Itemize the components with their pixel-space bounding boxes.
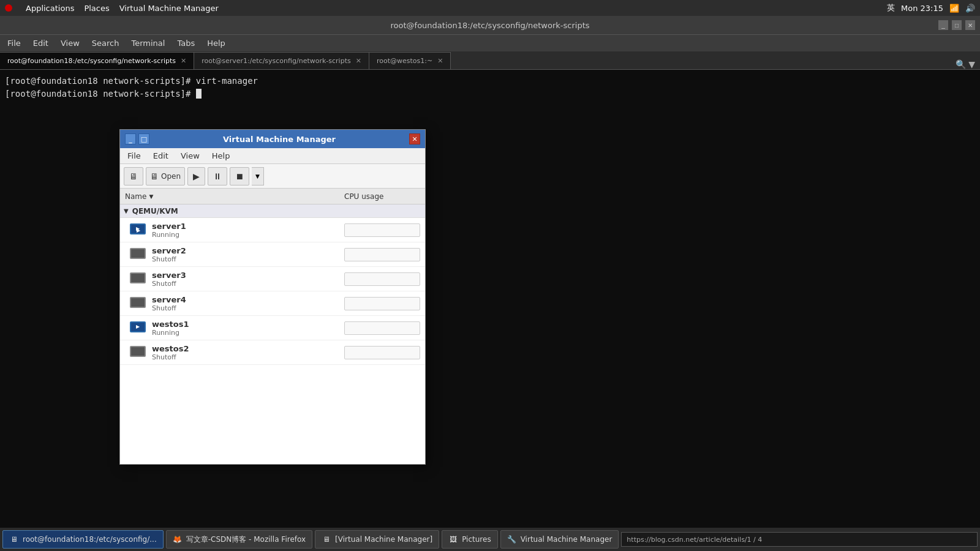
cpu-bar-inner-server3 — [344, 272, 420, 286]
tab-close-1[interactable]: ✕ — [356, 57, 361, 65]
tab-search-icon[interactable]: 🔍 — [956, 59, 966, 69]
vmm-toolbar-dropdown[interactable]: ▼ — [252, 167, 264, 186]
group-collapse-icon[interactable]: ▼ — [124, 208, 129, 214]
new-vm-icon: 🖥 — [129, 171, 138, 181]
vmm-new-vm-button[interactable]: 🖥 — [124, 167, 143, 186]
vmm-minimize-button[interactable]: _ — [125, 133, 136, 144]
open-icon: 🖥 — [150, 171, 159, 181]
vmm-menu-file[interactable]: File — [123, 150, 146, 162]
system-bar-right: 英 Mon 23:15 📶 🔊 — [887, 2, 975, 13]
terminal-cursor — [196, 89, 202, 99]
vmm-menu-help[interactable]: Help — [207, 150, 235, 162]
terminal-tab-0[interactable]: root@foundation18:/etc/sysconfig/network… — [0, 52, 194, 69]
pictures-taskbar-icon: 🖼 — [448, 534, 458, 544]
vm-row-westos1[interactable]: ▶ westos1 Running — [120, 316, 425, 340]
taskbar-item-pictures[interactable]: 🖼 Pictures — [442, 530, 498, 549]
vm-status-server4: Shutoff — [152, 304, 186, 312]
system-bar-left: Applications Places Virtual Machine Mana… — [5, 4, 219, 13]
vm-status-westos2: Shutoff — [152, 353, 189, 361]
vm-name-info-server1: server1 Running — [152, 222, 186, 239]
terminal-window-controls: _ □ ✕ — [938, 20, 975, 30]
virtual-machine-manager-menu[interactable]: Virtual Machine Manager — [119, 4, 219, 13]
col-cpu-label: CPU usage — [344, 192, 383, 201]
vm-row-server1[interactable]: ▶ server1 Running — [120, 218, 425, 242]
menu-view[interactable]: View — [58, 37, 82, 49]
vm-row-server2[interactable]: server2 Shutoff — [120, 242, 425, 267]
cpu-bar-inner-server1 — [344, 223, 420, 237]
firefox-taskbar-icon: 🦊 — [173, 534, 183, 544]
vm-name-server2: server2 — [152, 246, 186, 255]
minimize-button[interactable]: _ — [938, 20, 948, 30]
tab-dropdown-icon[interactable]: ▼ — [968, 59, 975, 69]
vm-row-server4[interactable]: server4 Shutoff — [120, 291, 425, 316]
vmm-menu-edit[interactable]: Edit — [148, 150, 173, 162]
red-dot-icon — [5, 4, 12, 12]
menu-tabs[interactable]: Tabs — [175, 37, 197, 49]
terminal-tab-2[interactable]: root@westos1:~ ✕ — [369, 52, 451, 69]
maximize-button[interactable]: □ — [952, 20, 962, 30]
vm-cpu-bar-server3 — [339, 269, 425, 289]
vm-row-westos2[interactable]: westos2 Shutoff — [120, 340, 425, 365]
vmm-close-button[interactable]: ✕ — [409, 133, 420, 144]
places-menu[interactable]: Places — [84, 4, 109, 13]
taskbar: 🖥 root@foundation18:/etc/sysconfig/... 🦊… — [0, 528, 980, 551]
vm-icon-server2 — [130, 248, 147, 261]
vm-screen-icon-server4 — [130, 297, 146, 308]
tab-label-0: root@foundation18:/etc/sysconfig/network… — [7, 57, 176, 65]
vm-icon-server1: ▶ — [130, 223, 147, 237]
vmm-stop-button[interactable]: ⏹ — [230, 167, 249, 186]
vm-row-server3[interactable]: server3 Shutoff — [120, 267, 425, 291]
column-name-header[interactable]: Name ▼ — [120, 192, 339, 201]
tabs-right-controls: 🔍 ▼ — [951, 59, 980, 69]
vm-status-server3: Shutoff — [152, 280, 186, 288]
tab-label-2: root@westos1:~ — [377, 57, 432, 65]
vm-name-westos1: westos1 — [152, 320, 189, 329]
taskbar-vmm-terminal-label: [Virtual Machine Manager] — [335, 535, 432, 544]
cpu-bar-inner-westos1 — [344, 321, 420, 335]
terminal-window: root@foundation18:/etc/sysconfig/network… — [0, 16, 980, 551]
vmm-maximize-button[interactable]: □ — [138, 133, 149, 144]
vmm-open-button[interactable]: 🖥 Open — [146, 167, 185, 186]
menu-help[interactable]: Help — [205, 37, 228, 49]
tab-close-0[interactable]: ✕ — [181, 57, 186, 65]
vm-status-server1: Running — [152, 231, 186, 239]
vm-name-info-server2: server2 Shutoff — [152, 246, 186, 263]
vmm-run-button[interactable]: ▶ — [187, 167, 205, 186]
taskbar-item-virt-manager[interactable]: 🔧 Virtual Machine Manager — [500, 530, 619, 549]
vmm-pause-button[interactable]: ⏸ — [208, 167, 227, 186]
terminal-line-0: [root@foundation18 network-scripts]# vir… — [5, 75, 975, 88]
lang-indicator: 英 — [887, 2, 895, 13]
vm-screen-icon-westos2 — [130, 346, 146, 357]
virt-manager-taskbar-icon: 🔧 — [507, 534, 517, 544]
tab-close-2[interactable]: ✕ — [437, 57, 443, 65]
group-label: QEMU/KVM — [132, 207, 178, 216]
column-cpu-header[interactable]: CPU usage — [339, 192, 425, 201]
vmm-menu-bar: File Edit View Help — [120, 148, 425, 164]
stop-icon: ⏹ — [235, 171, 244, 181]
applications-menu[interactable]: Applications — [26, 4, 74, 13]
terminal-tab-1[interactable]: root@server1:/etc/sysconfig/network-scri… — [194, 52, 369, 69]
vmm-dialog: _ □ Virtual Machine Manager ✕ File Edit … — [119, 129, 426, 465]
terminal-tabs-bar: root@foundation18:/etc/sysconfig/network… — [0, 51, 980, 70]
terminal-titlebar: root@foundation18:/etc/sysconfig/network… — [0, 16, 980, 34]
vm-screen-icon-server3 — [130, 272, 146, 283]
menu-file[interactable]: File — [5, 37, 23, 49]
close-button[interactable]: ✕ — [965, 20, 975, 30]
vmm-title: Virtual Machine Manager — [149, 135, 409, 144]
taskbar-item-vmm-terminal[interactable]: 🖥 [Virtual Machine Manager] — [315, 530, 439, 549]
menu-search[interactable]: Search — [89, 37, 122, 49]
menu-terminal[interactable]: Terminal — [129, 37, 167, 49]
taskbar-item-firefox[interactable]: 🦊 写文章-CSDN博客 - Mozilla Firefox — [166, 530, 312, 549]
vm-name-info-westos1: westos1 Running — [152, 320, 189, 337]
vm-cpu-bar-server4 — [339, 294, 425, 313]
vm-cpu-bar-westos2 — [339, 343, 425, 362]
terminal-line-1: [root@foundation18 network-scripts]# — [5, 88, 975, 100]
vmm-menu-view[interactable]: View — [176, 150, 205, 162]
wifi-icon: 📶 — [949, 4, 959, 13]
taskbar-item-terminal[interactable]: 🖥 root@foundation18:/etc/sysconfig/... — [2, 530, 164, 549]
vm-cpu-bar-westos1 — [339, 318, 425, 338]
taskbar-url-bar: https://blog.csdn.net/article/details/1 … — [621, 532, 978, 547]
col-name-sort-icon: ▼ — [149, 193, 153, 200]
open-label: Open — [161, 172, 181, 181]
menu-edit[interactable]: Edit — [31, 37, 51, 49]
